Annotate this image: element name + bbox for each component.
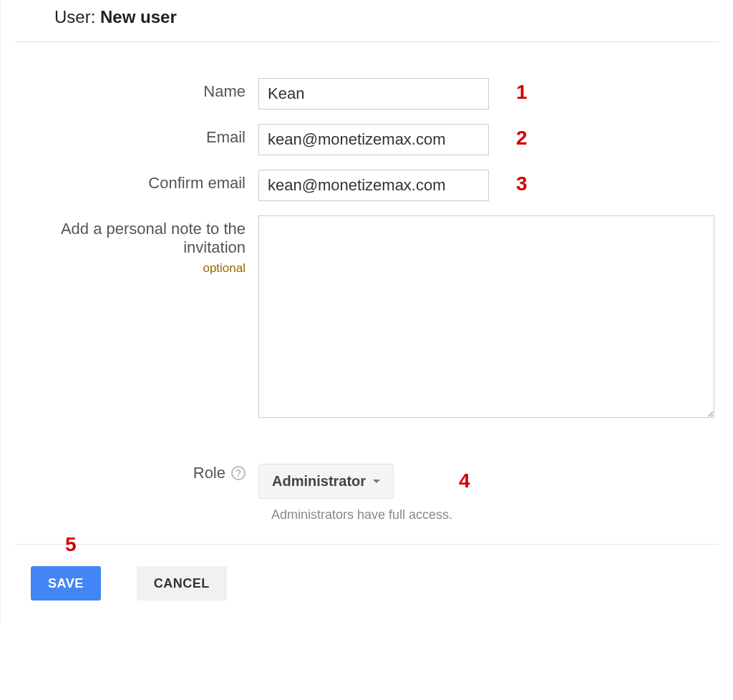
role-row: Role ? Administrator 4 <box>15 464 719 499</box>
role-dropdown[interactable]: Administrator <box>258 464 394 499</box>
chevron-down-icon <box>373 480 380 483</box>
page-title: User: New user <box>54 7 719 27</box>
button-row: 5 SAVE CANCEL <box>15 544 719 601</box>
header-divider <box>15 42 719 42</box>
role-label: Role <box>193 464 225 482</box>
name-row: Name 1 <box>15 78 719 110</box>
save-button[interactable]: SAVE <box>31 566 101 601</box>
help-icon[interactable]: ? <box>231 466 246 480</box>
annotation-1: 1 <box>516 81 528 104</box>
confirm-email-row: Confirm email 3 <box>15 170 719 201</box>
confirm-email-input[interactable] <box>258 170 489 201</box>
role-selected-value: Administrator <box>272 473 366 490</box>
role-label-wrap: Role ? <box>15 464 258 482</box>
note-row: Add a personal note to the invitation op… <box>15 215 719 421</box>
page-title-value: New user <box>100 7 177 26</box>
name-input[interactable] <box>258 78 489 110</box>
email-input[interactable] <box>258 124 489 155</box>
annotation-5: 5 <box>65 533 77 556</box>
name-label: Name <box>15 78 258 101</box>
role-description: Administrators have full access. <box>271 507 719 522</box>
confirm-email-label: Confirm email <box>15 170 258 193</box>
cancel-button[interactable]: CANCEL <box>137 566 227 601</box>
note-label: Add a personal note to the invitation <box>61 220 246 256</box>
email-row: Email 2 <box>15 124 719 155</box>
note-optional-label: optional <box>15 261 246 276</box>
annotation-3: 3 <box>516 172 528 195</box>
page-title-prefix: User: <box>54 7 95 26</box>
email-label: Email <box>15 124 258 147</box>
note-textarea[interactable] <box>258 215 714 418</box>
annotation-2: 2 <box>516 127 528 150</box>
annotation-4: 4 <box>459 470 470 492</box>
note-label-col: Add a personal note to the invitation op… <box>15 215 258 276</box>
